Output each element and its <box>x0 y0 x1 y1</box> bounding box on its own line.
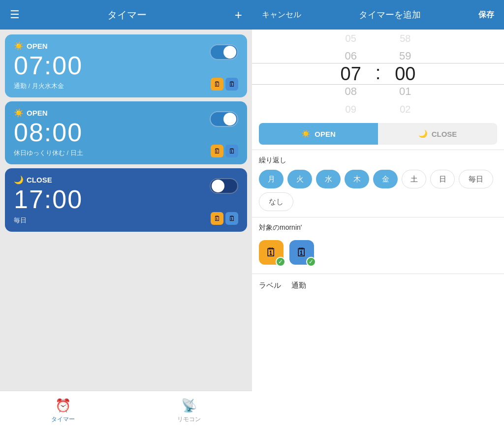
card-type-row-1: ☀️ OPEN <box>14 41 238 51</box>
card-time-2: 08:00 <box>14 119 238 147</box>
timer-card-1[interactable]: ☀️ OPEN 07:00 通勤 / 月火水木金 🗓 🗓 <box>5 34 247 97</box>
app-icon-orange-1: 🗓 <box>211 78 223 91</box>
card-type-row-2: ☀️ OPEN <box>14 108 238 118</box>
dialog-title: タイマーを追加 <box>359 9 421 21</box>
minute-row-59: 59 <box>385 47 425 65</box>
left-panel: ☰ タイマー + ☀️ OPEN 07:00 通勤 / 月火水木金 🗓 🗓 <box>0 0 252 430</box>
apps-row: 🗓 ✓ 🗓 ✓ <box>259 237 497 268</box>
card-type-row-3: 🌙 CLOSE <box>14 175 238 184</box>
open-icon-2: ☀️ <box>14 108 24 118</box>
target-title: 対象のmornin' <box>259 223 497 232</box>
nav-item-timer[interactable]: ⏰ タイマー <box>0 398 126 424</box>
close-mode-label: CLOSE <box>432 130 457 138</box>
label-key: ラベル <box>259 281 284 290</box>
label-value[interactable]: 通勤 <box>291 281 306 290</box>
app-blue-check: ✓ <box>306 257 316 267</box>
open-mode-icon: ☀️ <box>301 129 311 138</box>
hour-row-09: 09 <box>331 100 371 118</box>
right-header: キャンセル タイマーを追加 保存 <box>252 0 504 30</box>
minute-column[interactable]: 58 59 00 01 02 <box>385 30 425 118</box>
app-icon-blue-2: 🗓 <box>225 145 238 157</box>
close-mode-button[interactable]: 🌙 CLOSE <box>378 123 497 145</box>
card-type-label-3: CLOSE <box>27 176 52 184</box>
left-header: ☰ タイマー + <box>0 0 252 30</box>
day-wed[interactable]: 水 <box>316 170 341 188</box>
card-toggle-2[interactable] <box>210 111 238 127</box>
hour-row-07: 07 <box>331 65 371 83</box>
app-icon-blue-inner: 🗓 <box>296 246 308 259</box>
day-thu[interactable]: 木 <box>345 170 369 188</box>
oc-toggle: ☀️ OPEN 🌙 CLOSE <box>259 123 497 145</box>
save-button[interactable]: 保存 <box>478 10 494 20</box>
add-timer-icon[interactable]: + <box>235 7 242 23</box>
minute-row-02: 02 <box>385 100 425 118</box>
card-time-3: 17:00 <box>14 185 238 214</box>
left-title: タイマー <box>107 8 147 22</box>
repeat-section: 繰り返し 月 火 水 木 金 土 日 毎日 なし <box>252 150 504 217</box>
hour-column[interactable]: 05 06 07 08 09 <box>331 30 371 118</box>
label-row: ラベル 通勤 <box>252 274 504 297</box>
card-sub-1: 通勤 / 月火水木金 <box>14 82 238 91</box>
remote-nav-icon: 📡 <box>181 398 197 413</box>
open-mode-button[interactable]: ☀️ OPEN <box>259 123 378 145</box>
timer-list: ☀️ OPEN 07:00 通勤 / 月火水木金 🗓 🗓 ☀️ OPEN 08:… <box>0 30 252 391</box>
card-toggle-1[interactable] <box>210 44 238 60</box>
close-icon-3: 🌙 <box>14 175 24 184</box>
remote-nav-label: リモコン <box>177 415 201 424</box>
card-type-label-1: OPEN <box>27 42 48 50</box>
minute-row-00: 00 <box>385 65 425 83</box>
card-icons-1: 🗓 🗓 <box>211 78 238 91</box>
menu-icon[interactable]: ☰ <box>10 8 20 21</box>
open-mode-label: OPEN <box>315 130 336 138</box>
card-sub-2: 休日ゆっくり休む / 日土 <box>14 149 238 157</box>
time-separator: : <box>376 62 381 84</box>
minute-row-01: 01 <box>385 83 425 100</box>
time-picker[interactable]: 05 06 07 08 09 : 58 59 00 01 02 <box>252 30 504 118</box>
cancel-button[interactable]: キャンセル <box>262 10 301 20</box>
card-icons-2: 🗓 🗓 <box>211 145 238 157</box>
close-mode-icon: 🌙 <box>418 129 428 138</box>
card-type-label-2: OPEN <box>27 109 48 117</box>
open-icon-1: ☀️ <box>14 41 24 51</box>
app-icon-blue-1: 🗓 <box>225 78 238 91</box>
timer-card-2[interactable]: ☀️ OPEN 08:00 休日ゆっくり休む / 日土 🗓 🗓 <box>5 101 247 164</box>
app-icon-orange-inner: 🗓 <box>265 246 277 259</box>
app-orange-check: ✓ <box>276 257 285 267</box>
day-everyday[interactable]: 毎日 <box>459 170 493 188</box>
app-icon-orange-3: 🗓 <box>211 212 223 225</box>
hour-row-05: 05 <box>331 30 371 47</box>
timer-nav-label: タイマー <box>51 415 75 424</box>
app-icon-blue-3: 🗓 <box>225 212 238 225</box>
day-none[interactable]: なし <box>259 192 293 211</box>
day-mon[interactable]: 月 <box>259 170 284 188</box>
hour-row-06: 06 <box>331 47 371 65</box>
app-icon-blue-large[interactable]: 🗓 ✓ <box>289 240 314 265</box>
app-icon-orange-2: 🗓 <box>211 145 223 157</box>
day-fri[interactable]: 金 <box>373 170 398 188</box>
timer-nav-icon: ⏰ <box>55 398 71 413</box>
timer-card-3[interactable]: 🌙 CLOSE 17:00 毎日 🗓 🗓 <box>5 168 247 231</box>
target-section: 対象のmornin' 🗓 ✓ 🗓 ✓ <box>252 217 504 274</box>
card-icons-3: 🗓 🗓 <box>211 212 238 225</box>
day-tue[interactable]: 火 <box>287 170 312 188</box>
card-time-1: 07:00 <box>14 52 238 80</box>
repeat-title: 繰り返し <box>259 156 497 165</box>
minute-row-58: 58 <box>385 30 425 47</box>
nav-item-remote[interactable]: 📡 リモコン <box>126 398 252 424</box>
day-buttons: 月 火 水 木 金 土 日 毎日 なし <box>259 170 497 211</box>
day-sun[interactable]: 日 <box>430 170 455 188</box>
right-panel: キャンセル タイマーを追加 保存 05 06 07 08 09 : 58 59 … <box>252 0 504 430</box>
hour-row-08: 08 <box>331 83 371 100</box>
card-toggle-3[interactable] <box>210 178 238 194</box>
card-sub-3: 毎日 <box>14 216 238 225</box>
app-icon-orange-large[interactable]: 🗓 ✓ <box>259 240 284 265</box>
bottom-nav: ⏰ タイマー 📡 リモコン <box>0 391 252 430</box>
day-sat[interactable]: 土 <box>402 170 426 188</box>
